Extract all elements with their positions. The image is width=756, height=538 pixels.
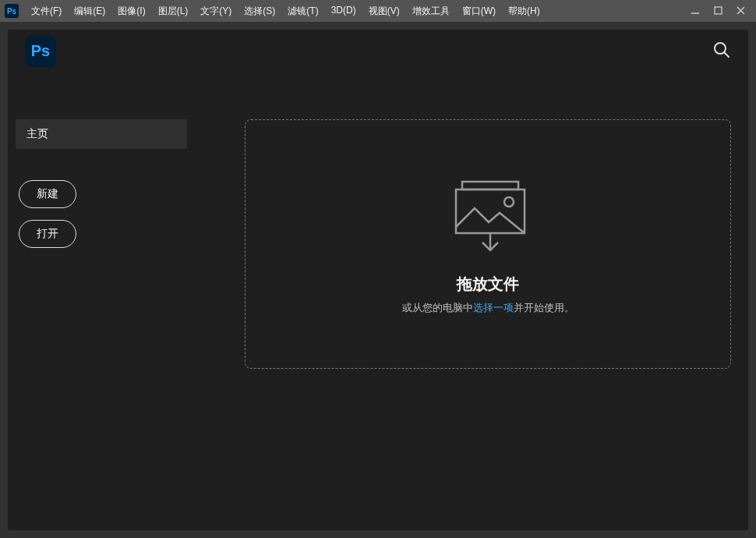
menu-edit[interactable]: 编辑(E) (69, 3, 110, 19)
dropzone[interactable]: 拖放文件 或从您的电脑中选择一项并开始使用。 (245, 119, 731, 369)
menu-view[interactable]: 视图(V) (364, 3, 404, 19)
menu-select[interactable]: 选择(S) (239, 3, 280, 19)
menu-type[interactable]: 文字(Y) (196, 3, 236, 19)
svg-point-8 (504, 197, 514, 207)
image-drop-icon (445, 174, 531, 260)
dropzone-subtitle: 或从您的电脑中选择一项并开始使用。 (402, 301, 574, 315)
menu-3d[interactable]: 3D(D) (327, 3, 361, 19)
ps-logo: Ps (25, 36, 56, 67)
top-row: Ps (8, 30, 748, 73)
content-row: 主页 新建 打开 拖放文件 或从您的电脑中选择一项 (8, 73, 748, 369)
window-controls (691, 5, 751, 16)
titlebar: Ps 文件(F) 编辑(E) 图像(I) 图层(L) 文字(Y) 选择(S) 滤… (0, 0, 756, 22)
tab-home[interactable]: 主页 (16, 119, 187, 149)
search-icon[interactable] (712, 41, 731, 62)
select-file-link[interactable]: 选择一项 (473, 302, 514, 313)
dropzone-sub-prefix: 或从您的电脑中 (402, 302, 473, 313)
menu-file[interactable]: 文件(F) (26, 3, 66, 19)
svg-rect-6 (462, 182, 518, 189)
menu-layer[interactable]: 图层(L) (154, 3, 193, 19)
main-area: Ps 主页 新建 打开 (0, 22, 756, 538)
dropzone-title: 拖放文件 (457, 274, 519, 295)
maximize-icon[interactable] (714, 6, 722, 16)
svg-line-5 (725, 52, 730, 57)
home-panel: Ps 主页 新建 打开 (8, 30, 748, 530)
svg-rect-1 (715, 7, 722, 14)
dropzone-sub-suffix: 并开始使用。 (514, 302, 574, 313)
menu-plugins[interactable]: 增效工具 (408, 3, 454, 19)
menubar: 文件(F) 编辑(E) 图像(I) 图层(L) 文字(Y) 选择(S) 滤镜(T… (26, 3, 691, 19)
menu-image[interactable]: 图像(I) (113, 3, 150, 19)
minimize-icon[interactable] (691, 5, 700, 16)
open-button[interactable]: 打开 (19, 220, 76, 248)
home-sidebar: 主页 新建 打开 (19, 73, 237, 369)
menu-window[interactable]: 窗口(W) (457, 3, 500, 19)
svg-rect-7 (456, 189, 525, 233)
app-icon: Ps (5, 4, 19, 18)
close-icon[interactable] (737, 6, 745, 16)
menu-help[interactable]: 帮助(H) (503, 3, 545, 19)
menu-filter[interactable]: 滤镜(T) (283, 3, 323, 19)
new-button[interactable]: 新建 (19, 180, 76, 208)
